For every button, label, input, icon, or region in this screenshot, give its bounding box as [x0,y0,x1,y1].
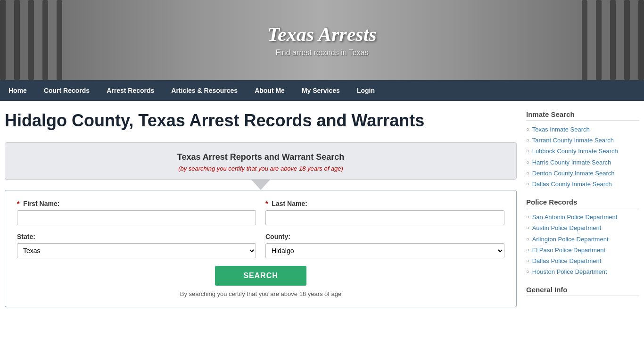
header-title-wrap: Texas Arrests Find arrest records in Tex… [267,23,376,57]
state-select[interactable]: Texas [17,243,256,258]
inmate-link-dallas[interactable]: Dallas County Inmate Search [532,180,612,189]
main-navbar: Home Court Records Arrest Records Articl… [0,80,644,101]
list-item: Harris County Inmate Search [526,158,639,167]
form-area: * First Name: * Last Name: State: [5,190,517,307]
nav-link-court-records[interactable]: Court Records [35,80,98,101]
state-group: State: Texas [17,233,256,258]
county-group: County: Hidalgo [265,233,504,258]
search-button[interactable]: SEARCH [215,266,306,286]
sidebar-inmate-search: Inmate Search Texas Inmate Search Tarran… [526,110,639,189]
last-name-input[interactable] [265,210,504,225]
list-item: Lubbock County Inmate Search [526,147,639,156]
police-records-title: Police Records [526,198,639,208]
nav-link-about[interactable]: About Me [246,80,293,101]
nav-item-services[interactable]: My Services [293,80,348,101]
nav-link-articles[interactable]: Articles & Resources [163,80,246,101]
inmate-link-denton[interactable]: Denton County Inmate Search [532,169,615,178]
last-name-label: * Last Name: [265,200,504,207]
down-arrow-icon [251,180,270,190]
inmate-search-title: Inmate Search [526,110,639,121]
inmate-link-lubbock[interactable]: Lubbock County Inmate Search [532,147,618,156]
nav-item-login[interactable]: Login [348,80,383,101]
list-item: Denton County Inmate Search [526,169,639,178]
first-name-group: * First Name: [17,200,256,225]
jail-bars-left [0,0,75,80]
last-name-required-star: * [265,200,268,207]
inmate-search-list: Texas Inmate Search Tarrant County Inmat… [526,125,639,189]
content-area: Hidalgo County, Texas Arrest Records and… [5,110,517,307]
nav-item-court-records[interactable]: Court Records [35,80,98,101]
sidebar: Inmate Search Texas Inmate Search Tarran… [526,110,639,307]
sidebar-police-records: Police Records San Antonio Police Depart… [526,198,639,276]
inmate-link-tarrant[interactable]: Tarrant County Inmate Search [532,136,614,145]
police-link-dallas[interactable]: Dallas Police Department [532,257,602,265]
list-item: San Antonio Police Department [526,213,639,222]
search-certify-text: (by searching you certify that you are a… [15,165,507,172]
inmate-link-texas[interactable]: Texas Inmate Search [532,125,590,134]
name-row: * First Name: * Last Name: [17,200,504,225]
search-button-wrap: SEARCH [17,266,504,286]
first-name-label: * First Name: [17,200,256,207]
form-footer-note: By searching you certify that you are ab… [17,290,504,297]
police-records-list: San Antonio Police Department Austin Pol… [526,213,639,276]
nav-link-services[interactable]: My Services [293,80,348,101]
nav-item-home[interactable]: Home [0,80,35,101]
nav-link-home[interactable]: Home [0,80,35,101]
nav-item-articles[interactable]: Articles & Resources [163,80,246,101]
police-link-arlington[interactable]: Arlington Police Department [532,235,609,244]
list-item: Tarrant County Inmate Search [526,136,639,145]
main-layout: Hidalgo County, Texas Arrest Records and… [0,101,644,317]
list-item: Houston Police Department [526,268,639,276]
police-link-el-paso[interactable]: El Paso Police Department [532,246,605,255]
first-name-required-star: * [17,200,19,207]
general-info-title: General Info [526,286,639,296]
list-item: Texas Inmate Search [526,125,639,134]
county-select[interactable]: Hidalgo [265,243,504,258]
arrow-connector [5,180,517,190]
nav-item-arrest-records[interactable]: Arrest Records [98,80,163,101]
inmate-link-harris[interactable]: Harris County Inmate Search [532,158,611,167]
state-label: State: [17,233,256,240]
nav-link-arrest-records[interactable]: Arrest Records [98,80,163,101]
jail-bars-right [569,0,644,80]
first-name-label-text: First Name: [23,200,59,207]
list-item: Arlington Police Department [526,235,639,244]
list-item: Dallas County Inmate Search [526,180,639,189]
search-container: Texas Arrest Reports and Warrant Search … [5,142,517,180]
sidebar-general-info: General Info [526,286,639,296]
list-item: Austin Police Department [526,224,639,232]
nav-item-about[interactable]: About Me [246,80,293,101]
site-title: Texas Arrests [267,23,376,46]
police-link-san-antonio[interactable]: San Antonio Police Department [532,213,618,222]
site-subtitle: Find arrest records in Texas [267,49,376,57]
page-title: Hidalgo County, Texas Arrest Records and… [5,110,517,131]
last-name-label-text: Last Name: [272,200,307,207]
last-name-group: * Last Name: [265,200,504,225]
search-box-title: Texas Arrest Reports and Warrant Search [15,152,507,162]
list-item: El Paso Police Department [526,246,639,255]
location-row: State: Texas County: Hidalgo [17,233,504,258]
site-header: Texas Arrests Find arrest records in Tex… [0,0,644,80]
nav-link-login[interactable]: Login [348,80,383,101]
police-link-houston[interactable]: Houston Police Department [532,268,607,276]
police-link-austin[interactable]: Austin Police Department [532,224,602,232]
county-label: County: [265,233,504,240]
list-item: Dallas Police Department [526,257,639,265]
first-name-input[interactable] [17,210,256,225]
